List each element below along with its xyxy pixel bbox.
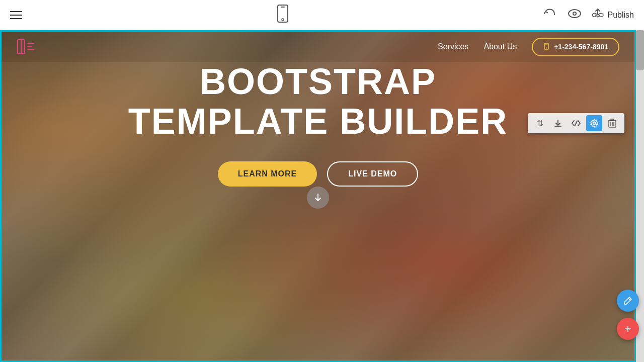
svg-line-24 — [628, 298, 630, 300]
publish-label: Publish — [608, 11, 634, 20]
logo-icon — [17, 38, 35, 56]
scrollbar-thumb[interactable] — [636, 30, 644, 70]
section-download-tool[interactable] — [550, 115, 566, 131]
learn-more-button[interactable]: LEARN MORE — [218, 161, 317, 187]
section-settings-tool[interactable] — [586, 115, 602, 131]
hero-title: BOOTSTRAP TEMPLATE BUILDER — [128, 62, 508, 141]
fab-edit-button[interactable] — [617, 290, 639, 312]
scrollbar-track[interactable] — [636, 30, 644, 362]
section-delete-tool[interactable] — [604, 115, 620, 131]
svg-point-17 — [593, 122, 596, 125]
phone-icon — [543, 43, 550, 51]
logo — [17, 38, 35, 56]
publish-button[interactable]: Publish — [592, 8, 634, 22]
canvas-area: Services About Us +1-234-567-8901 ⇅ — [0, 30, 644, 362]
website-preview: Services About Us +1-234-567-8901 ⇅ — [0, 30, 636, 362]
fab-add-button[interactable]: + — [617, 318, 639, 340]
toolbar-left — [10, 11, 22, 19]
toolbar-right: Publish — [543, 8, 634, 22]
hero-title-line2: TEMPLATE BUILDER — [128, 101, 508, 141]
scroll-down-button[interactable] — [307, 187, 329, 209]
phone-number: +1-234-567-8901 — [554, 43, 608, 51]
svg-point-3 — [569, 10, 581, 18]
section-toolbar: ⇅ — [528, 113, 624, 133]
preview-navbar: Services About Us +1-234-567-8901 — [2, 32, 634, 62]
toolbar: Publish — [0, 0, 644, 30]
preview-icon[interactable] — [568, 9, 582, 21]
svg-rect-0 — [278, 5, 288, 22]
nav-links: Services About Us +1-234-567-8901 — [438, 38, 619, 56]
section-move-tool[interactable]: ⇅ — [532, 115, 548, 131]
hero-title-line1: BOOTSTRAP — [200, 61, 436, 102]
nav-about[interactable]: About Us — [484, 42, 517, 51]
nav-services[interactable]: Services — [438, 42, 468, 51]
phone-button[interactable]: +1-234-567-8901 — [532, 38, 619, 56]
svg-point-13 — [546, 47, 547, 48]
mobile-device-icon[interactable] — [277, 5, 289, 26]
undo-icon[interactable] — [543, 8, 557, 22]
svg-point-4 — [573, 12, 576, 15]
add-icon: + — [624, 322, 631, 336]
live-demo-button[interactable]: LIVE DEMO — [327, 161, 418, 187]
scroll-down — [2, 187, 634, 219]
hamburger-menu[interactable] — [10, 11, 22, 19]
svg-point-2 — [282, 19, 284, 21]
svg-line-16 — [575, 121, 577, 125]
section-code-tool[interactable] — [568, 115, 584, 131]
upload-icon — [592, 8, 604, 22]
toolbar-center — [277, 5, 289, 26]
hero-buttons: LEARN MORE LIVE DEMO — [218, 161, 419, 187]
